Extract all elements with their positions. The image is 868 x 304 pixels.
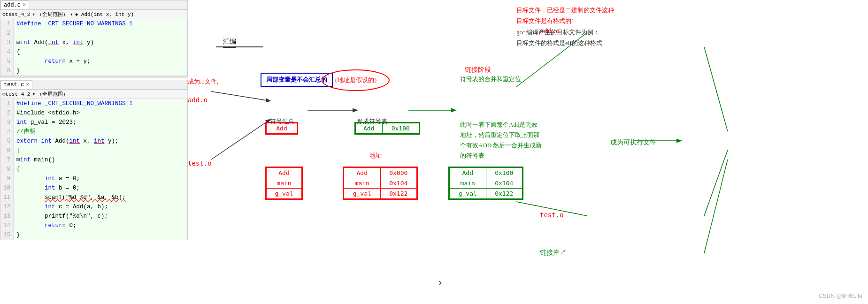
top-note-line-2: 目标文件是有格式的` bbox=[516, 15, 614, 26]
panel-gap bbox=[0, 76, 188, 78]
add-c-close[interactable]: × bbox=[23, 2, 26, 8]
svg-line-1 bbox=[211, 91, 270, 101]
add-c-editor: 1 #define _CRT_SECURE_NO_WARNINGS 1 2 3 … bbox=[0, 19, 188, 76]
code-line: 9 int a = 0; bbox=[0, 174, 187, 183]
add-c-project: ⚙test_4_2 bbox=[2, 11, 30, 17]
test-c-project: ⚙test_4_2 bbox=[2, 91, 30, 97]
code-line: 3 int g_val = 2023; bbox=[0, 118, 187, 127]
code-line: 1 #define _CRT_SECURE_NO_WARNINGS 1 bbox=[0, 19, 187, 29]
svg-line-9 bbox=[704, 150, 728, 216]
code-line: 1 #define _CRT_SECURE_NO_WARNINGS 1 bbox=[0, 99, 187, 108]
svg-line-10 bbox=[704, 160, 728, 253]
test-addr-table-mid: Add0x000 main0x104 g_val0x122 bbox=[343, 167, 418, 200]
test-c-editor: 1 #define _CRT_SECURE_NO_WARNINGS 1 2 #i… bbox=[0, 99, 188, 240]
merge-desc: 此时一看下面那个Add是无效地址，然后重定位下取上面那个有效ADD 然后一合并生… bbox=[460, 120, 542, 161]
become-o-label: 成为.o文件, bbox=[188, 77, 218, 86]
diagram-area: 汇编 成为.o文件, add.o test.o 局部变量是不会汇总的 符号汇总 … bbox=[188, 0, 868, 304]
link-lib-label: 链接库↗ bbox=[540, 249, 566, 257]
code-line: 4 //声明 bbox=[0, 127, 187, 137]
code-line: 13 printf("%d\n", c); bbox=[0, 212, 187, 221]
toolbar-scope: （全局范围） bbox=[37, 11, 68, 18]
code-line: 6 | bbox=[0, 146, 187, 155]
hj-label: 汇编 bbox=[223, 38, 236, 48]
code-line: 3 ⊟int Add(int x, int y) bbox=[0, 38, 187, 47]
link-stage-label: 链接阶段 bbox=[465, 66, 491, 74]
svg-line-8 bbox=[704, 47, 728, 131]
merged-symbol-table: Add0x100 main0x104 g_val0x122 bbox=[448, 167, 523, 200]
toolbar-sep2: ▾ bbox=[70, 11, 73, 17]
code-panel: add.c × ⚙test_4_2 ▾ （全局范围） ▾ ◈ Add(int x… bbox=[0, 0, 188, 240]
toolbar-sep1: ▾ bbox=[32, 11, 35, 17]
code-line: 7 ⊟int main() bbox=[0, 155, 187, 165]
test-c-tab[interactable]: test.c × bbox=[0, 80, 32, 89]
test-toolbar-scope: （全局范围） bbox=[37, 91, 68, 98]
add-symbol-box: Add bbox=[265, 122, 298, 135]
code-line: 14 return 0; bbox=[0, 221, 187, 230]
addr-label: 地址 bbox=[369, 152, 382, 160]
toolbar-func: ◈ Add(int x, int y) bbox=[75, 11, 134, 17]
code-line: 5 return x + y; bbox=[0, 57, 187, 66]
code-line: 8 { bbox=[0, 165, 187, 174]
svg-line-2 bbox=[211, 120, 270, 160]
add-c-tab-label: add.c bbox=[4, 2, 21, 8]
test-c-toolbar: ⚙test_4_2 ▾ （全局范围） bbox=[0, 90, 188, 99]
code-line: 5 extern int Add(int x, int y); bbox=[0, 137, 187, 146]
code-line: 15 } bbox=[0, 230, 187, 240]
code-line: 10 int b = 0; bbox=[0, 183, 187, 193]
test-c-tab-label: test.c bbox=[4, 82, 24, 88]
add-c-tab[interactable]: add.c × bbox=[0, 0, 29, 9]
addr-oval: （地址是假设的） bbox=[322, 69, 390, 91]
top-note-block: 目标文件，已经是二进制的文件这种 目标文件是有格式的` gcc 编译产生的目标文… bbox=[516, 5, 614, 49]
test-c-close[interactable]: × bbox=[26, 82, 29, 88]
exec-label: 成为可执行文件 bbox=[610, 138, 656, 147]
test-symbol-table-left: Add main g_val bbox=[265, 167, 303, 200]
code-line: 2 #include <stdio.h> bbox=[0, 108, 187, 118]
test-o-right: test.o bbox=[540, 211, 564, 219]
code-line: 2 bbox=[0, 29, 187, 38]
top-note-line-3: gcc 编译产生的目标文件为例： bbox=[516, 27, 614, 38]
code-line: 11 scanf("%d %d", &a, &b); bbox=[0, 193, 187, 202]
add-o-label: add.o bbox=[188, 96, 207, 104]
test-o-label: test.o bbox=[188, 160, 212, 167]
test-toolbar-sep: ▾ bbox=[32, 91, 35, 97]
code-line: 6 } bbox=[0, 66, 187, 76]
watermark: CSDN @虾米Life bbox=[819, 292, 862, 300]
add-addr-box-top: Add0x100 bbox=[354, 122, 420, 135]
symbol-merge-label: 符号表的合并和重定位 bbox=[460, 75, 521, 84]
code-line: 12 int c = Add(a, b); bbox=[0, 202, 187, 212]
top-note-line-4: 目标文件的格式是elf的这种格式 bbox=[516, 38, 614, 48]
green-chevron: › bbox=[437, 277, 443, 289]
add-c-toolbar: ⚙test_4_2 ▾ （全局范围） ▾ ◈ Add(int x, int y) bbox=[0, 10, 188, 19]
code-line: 4 { bbox=[0, 47, 187, 57]
top-note-line-1: 目标文件，已经是二进制的文件这种 bbox=[516, 5, 614, 15]
